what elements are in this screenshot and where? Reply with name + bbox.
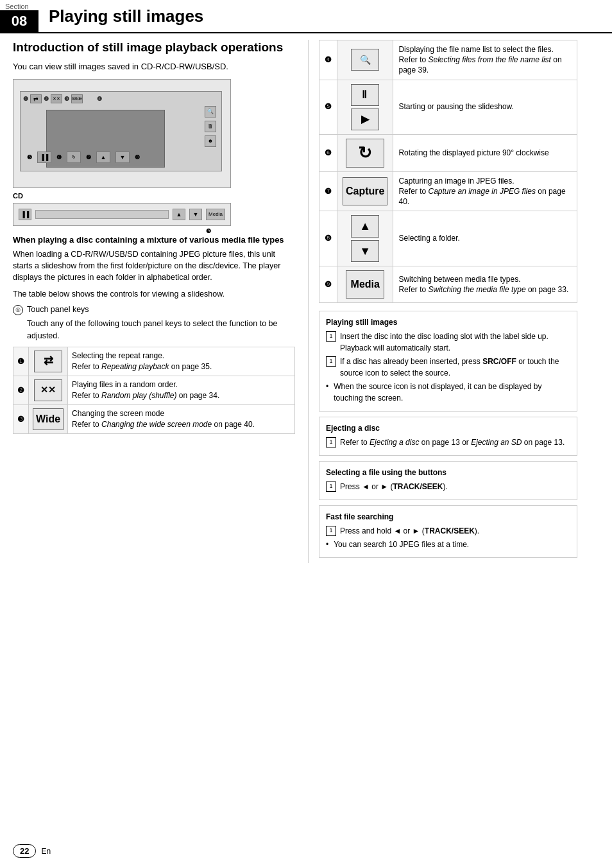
rotate-desc: Rotating the displayed picture 90° clock…: [393, 134, 577, 171]
pause-play-icon-cell: Ⅱ ▶: [337, 80, 393, 134]
bottom-controls: ❺ ▐▐ ❻ ↻ ❼ ▲ ▼ ❽: [27, 152, 140, 163]
down-arrow-icon: ▼: [351, 240, 379, 262]
square-2: 1: [326, 356, 336, 367]
selecting-file-box: Selecting a file using the buttons 1 Pre…: [319, 461, 577, 500]
square-1: 1: [326, 482, 336, 492]
wide-icon-cell: Wide: [29, 404, 68, 433]
square-1: 1: [326, 437, 336, 447]
fast-search-title: Fast file searching: [326, 511, 570, 523]
info-row: 1 If a disc has already been inserted, p…: [326, 356, 570, 379]
left-column: Introduction of still image playback ope…: [13, 40, 308, 563]
fast-search-box: Fast file searching 1 Press and hold ◄ o…: [319, 505, 577, 558]
circle-1: ①: [13, 305, 23, 315]
folder-desc: Selecting a folder.: [393, 211, 577, 266]
row-num: ❷: [13, 376, 29, 404]
page-content: Introduction of still image playback ope…: [0, 40, 612, 563]
ejecting-disc-box: Ejecting a disc 1 Refer to Ejecting a di…: [319, 417, 577, 456]
capture-icon-cell: Capture: [337, 171, 393, 211]
row-num: ❻: [319, 134, 337, 171]
table-row: ❺ Ⅱ ▶ Starting or pausing the slideshow.: [319, 80, 577, 134]
shuffle-btn-diag: ✕✕: [51, 94, 62, 103]
touch-panel-body: Touch any of the following touch panel k…: [27, 318, 295, 341]
table-row: ❸ Wide Changing the screen mode Refer to…: [13, 404, 295, 433]
row-num: ❸: [13, 404, 29, 433]
section-number: 08: [0, 10, 38, 32]
row-num: ❺: [319, 80, 337, 134]
pause-icon: Ⅱ: [351, 84, 379, 106]
info-text: When the source icon is not displayed, i…: [334, 381, 570, 404]
info-text: Refer to Ejecting a disc on page 13 or E…: [340, 437, 565, 448]
shuffle-icon-cell: ✕✕: [29, 376, 68, 404]
square-1: 1: [326, 526, 336, 536]
section-label: Section: [0, 0, 38, 10]
info-text: Press and hold ◄ or ► (TRACK/SEEK).: [340, 525, 479, 537]
wide-btn-diag: Wide: [71, 94, 83, 103]
capture-desc: Capturing an image in JPEG files. Refer …: [393, 171, 577, 211]
page-header: Section 08 Playing still images: [0, 0, 612, 33]
info-text: Press ◄ or ► (TRACK/SEEK).: [340, 481, 448, 492]
table-row: ❹ 🔍 Displaying the file name list to sel…: [319, 40, 577, 80]
pause-play-desc: Starting or pausing the slideshow.: [393, 80, 577, 134]
right-icon-table: ❹ 🔍 Displaying the file name list to sel…: [319, 40, 577, 303]
table-row: ❽ ▲ ▼ Selecting a folder.: [319, 211, 577, 266]
media-icon: Media: [346, 270, 384, 299]
table-row: ❶ ⇄ Selecting the repeat range. Refer to…: [13, 347, 295, 376]
device-diagram: ❶ ⇄ ❷ ✕✕ ❸ Wide ❹ 🔍: [13, 79, 231, 188]
table-row: ❾ Media Switching between media file typ…: [319, 266, 577, 302]
rotate-icon: ↻: [346, 139, 384, 168]
info-row: 1 Insert the disc into the disc loading …: [326, 331, 570, 354]
folder-icon-cell: ▲ ▼: [337, 211, 393, 266]
media-desc: Switching between media file types. Refe…: [393, 266, 577, 302]
device-image: ❶ ⇄ ❷ ✕✕ ❸ Wide ❹ 🔍: [13, 79, 231, 188]
row-num: ❼: [319, 171, 337, 211]
repeat-icon: ⇄: [34, 351, 62, 372]
select-file-title: Selecting a file using the buttons: [326, 467, 570, 478]
cd-strip-diagram: ▐▐ ▲ ▼ Media ❾: [13, 203, 231, 226]
info-row: 1 Press ◄ or ► (TRACK/SEEK).: [326, 481, 570, 492]
search-icon: 🔍: [351, 49, 379, 71]
cd-label: CD: [13, 192, 295, 200]
body-text-2: The table below shows the controls for v…: [13, 288, 295, 300]
touch-panel-section: ① Touch panel keys: [13, 305, 295, 315]
page-title: Playing still images: [38, 0, 612, 32]
row-num: ❹: [319, 40, 337, 80]
row-num: ❾: [319, 266, 337, 302]
repeat-icon-cell: ⇄: [29, 347, 68, 376]
table-row: ❻ ↻ Rotating the displayed picture 90° c…: [319, 134, 577, 171]
page-footer: 22 En: [13, 844, 51, 858]
square-1: 1: [326, 331, 336, 342]
table-row: ❼ Capture Capturing an image in JPEG fil…: [319, 171, 577, 211]
search-icon-cell: 🔍: [337, 40, 393, 80]
search-desc: Displaying the file name list to select …: [393, 40, 577, 80]
body-text-1: When loading a CD-R/RW/USB/SD containing…: [13, 248, 295, 283]
right-side-icons: 🔍 🗑 ☻: [205, 106, 216, 147]
table-row: ❷ ✕✕ Playing files in a random order. Re…: [13, 376, 295, 404]
info-text: If a disc has already been inserted, pre…: [340, 356, 570, 379]
shuffle-icon: ✕✕: [34, 379, 62, 401]
info-text: Insert the disc into the disc loading sl…: [340, 331, 548, 354]
when-playing-title: When playing a disc containing a mixture…: [13, 235, 295, 245]
intro-text: You can view still images saved in CD-R/…: [13, 61, 295, 73]
repeat-desc: Selecting the repeat range. Refer to Rep…: [68, 347, 295, 376]
capture-icon: Capture: [343, 177, 387, 205]
media-btn-strip: Media: [206, 209, 225, 220]
right-column: ❹ 🔍 Displaying the file name list to sel…: [308, 40, 577, 563]
media-icon-cell: Media: [337, 266, 393, 302]
rotate-icon-cell: ↻: [337, 134, 393, 171]
play-icon: ▶: [351, 108, 379, 130]
info-row: • You can search 10 JPEG files at a time…: [326, 539, 570, 550]
row-num: ❽: [319, 211, 337, 266]
up-arrow-icon: ▲: [351, 215, 379, 237]
page-number: 22: [13, 844, 36, 858]
wide-desc: Changing the screen mode Refer to Changi…: [68, 404, 295, 433]
info-row: • When the source icon is not displayed,…: [326, 381, 570, 404]
wide-icon: Wide: [33, 408, 64, 430]
shuffle-desc: Playing files in a random order. Refer t…: [68, 376, 295, 404]
touch-panel-label: Touch panel keys: [27, 305, 89, 315]
left-icon-table: ❶ ⇄ Selecting the repeat range. Refer to…: [13, 347, 295, 434]
info-text: You can search 10 JPEG files at a time.: [334, 539, 469, 550]
info-boxes: Playing still images 1 Insert the disc i…: [319, 311, 577, 558]
eject-title: Ejecting a disc: [326, 422, 570, 434]
language-label: En: [41, 847, 51, 856]
intro-title: Introduction of still image playback ope…: [13, 40, 295, 56]
